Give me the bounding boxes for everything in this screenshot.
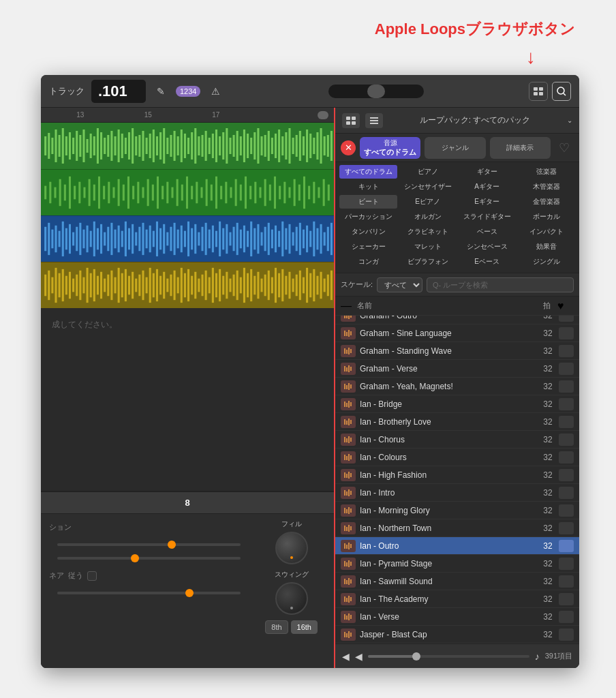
loop-item-2[interactable]: Graham - Outro32 bbox=[335, 316, 579, 324]
loop-fav-17[interactable] bbox=[559, 575, 574, 588]
loop-item-13[interactable]: Ian - Morning Glory32 bbox=[335, 502, 579, 519]
loop-fav-5[interactable] bbox=[559, 363, 574, 375]
inst-cell-0-1[interactable]: ピアノ bbox=[399, 165, 457, 179]
swing-16th-btn[interactable]: 16th bbox=[291, 620, 318, 634]
filter-genre-btn[interactable]: ジャンル bbox=[425, 137, 485, 159]
loop-item-17[interactable]: Ian - Sawmill Sound32 bbox=[335, 573, 579, 590]
loop-item-3[interactable]: Graham - Sine Language32 bbox=[335, 324, 579, 342]
inst-cell-1-3[interactable]: 木管楽器 bbox=[517, 180, 575, 194]
inst-cell-4-1[interactable]: クラビネット bbox=[399, 225, 457, 239]
inst-cell-4-0[interactable]: タンバリン bbox=[339, 225, 397, 239]
fill-knob[interactable] bbox=[275, 532, 308, 564]
loop-item-19[interactable]: Ian - Verse32 bbox=[335, 608, 579, 626]
loop-item-14[interactable]: Ian - Northern Town32 bbox=[335, 519, 579, 537]
loop-fav-20[interactable] bbox=[559, 628, 574, 641]
loop-item-8[interactable]: Ian - Brotherly Love32 bbox=[335, 413, 579, 431]
loop-fav-15[interactable] bbox=[559, 540, 574, 552]
inst-cell-5-2[interactable]: シンセベース bbox=[458, 240, 516, 254]
inst-cell-1-2[interactable]: Aギター bbox=[458, 180, 516, 194]
loop-item-6[interactable]: Graham - Yeah, Magnets!32 bbox=[335, 378, 579, 395]
loop-fav-11[interactable] bbox=[559, 469, 574, 481]
drum-slider-3[interactable] bbox=[57, 592, 241, 594]
inst-cell-3-2[interactable]: スライドギター bbox=[458, 210, 516, 224]
loop-fav-2[interactable] bbox=[559, 316, 574, 322]
inst-cell-6-0[interactable]: コンガ bbox=[339, 255, 397, 269]
inst-cell-0-0[interactable]: すべてのドラム bbox=[339, 165, 397, 179]
search-input[interactable] bbox=[427, 277, 574, 292]
loop-item-9[interactable]: Ian - Chorus32 bbox=[335, 431, 579, 449]
loops-view-list-btn[interactable] bbox=[365, 113, 383, 128]
inst-cell-2-1[interactable]: Eピアノ bbox=[399, 195, 457, 209]
drum-slider-2[interactable] bbox=[57, 557, 241, 560]
loop-item-15[interactable]: Ian - Outro32 bbox=[335, 537, 579, 555]
bpm-display[interactable]: .101 bbox=[91, 80, 146, 103]
loop-fav-18[interactable] bbox=[559, 593, 574, 605]
loop-item-18[interactable]: Ian - The Academy32 bbox=[335, 590, 579, 608]
filter-detail-btn[interactable]: 詳細表示 bbox=[490, 137, 551, 159]
loops-view-grid-btn[interactable] bbox=[342, 113, 360, 128]
loop-fav-19[interactable] bbox=[559, 611, 574, 623]
loop-item-7[interactable]: Ian - Bridge32 bbox=[335, 395, 579, 413]
edit-icon-btn[interactable]: ✎ bbox=[153, 83, 169, 100]
loops-browser-btn[interactable] bbox=[552, 82, 571, 101]
inst-cell-2-3[interactable]: 金管楽器 bbox=[517, 195, 575, 209]
linear-checkbox[interactable] bbox=[87, 571, 97, 581]
loop-fav-13[interactable] bbox=[559, 504, 574, 517]
inst-cell-1-1[interactable]: シンセサイザー bbox=[399, 180, 457, 194]
loop-name-16: Ian - Pyramid Stage bbox=[360, 559, 537, 568]
loop-fav-7[interactable] bbox=[559, 398, 574, 410]
grid-view-btn[interactable] bbox=[529, 82, 548, 101]
loop-item-5[interactable]: Graham - Verse32 bbox=[335, 360, 579, 378]
loop-fav-8[interactable] bbox=[559, 416, 574, 428]
warning-icon-btn[interactable]: ⚠ bbox=[207, 83, 224, 100]
inst-cell-4-3[interactable]: インパクト bbox=[517, 225, 575, 239]
loop-item-11[interactable]: Ian - High Fashion32 bbox=[335, 466, 579, 484]
inst-cell-6-3[interactable]: ジングル bbox=[517, 255, 575, 269]
filter-instrument-btn[interactable]: 音源 すべてのドラム bbox=[360, 137, 420, 159]
inst-cell-2-0[interactable]: ビート bbox=[339, 195, 397, 209]
player-prev-btn[interactable]: ◀ bbox=[355, 651, 363, 662]
loop-item-12[interactable]: Ian - Intro32 bbox=[335, 484, 579, 502]
player-volume-btn[interactable]: ♪ bbox=[535, 651, 540, 662]
loop-fav-6[interactable] bbox=[559, 380, 574, 393]
loop-fav-12[interactable] bbox=[559, 487, 574, 499]
loop-icon-3 bbox=[341, 327, 356, 339]
loop-fav-9[interactable] bbox=[559, 434, 574, 446]
loop-fav-16[interactable] bbox=[559, 558, 574, 570]
loop-fav-14[interactable] bbox=[559, 522, 574, 534]
transport-bar[interactable] bbox=[328, 85, 424, 98]
loop-item-4[interactable]: Graham - Standing Wave32 bbox=[335, 342, 579, 360]
inst-cell-5-1[interactable]: マレット bbox=[399, 240, 457, 254]
loop-fav-3[interactable] bbox=[559, 327, 574, 339]
track-blue[interactable] bbox=[41, 215, 334, 262]
inst-cell-4-2[interactable]: ベース bbox=[458, 225, 516, 239]
swing-knob[interactable] bbox=[275, 582, 308, 615]
player-progress[interactable] bbox=[368, 655, 529, 658]
loop-fav-4[interactable] bbox=[559, 345, 574, 357]
inst-cell-3-3[interactable]: ボーカル bbox=[517, 210, 575, 224]
loop-item-10[interactable]: Ian - Colours32 bbox=[335, 449, 579, 466]
swing-8th-btn[interactable]: 8th bbox=[265, 620, 288, 634]
inst-cell-0-2[interactable]: ギター bbox=[458, 165, 516, 179]
loops-dropdown[interactable]: ⌄ bbox=[567, 117, 572, 124]
inst-cell-6-2[interactable]: Eベース bbox=[458, 255, 516, 269]
filter-close-btn[interactable]: ✕ bbox=[341, 140, 356, 155]
inst-cell-0-3[interactable]: 弦楽器 bbox=[517, 165, 575, 179]
loop-fav-10[interactable] bbox=[559, 451, 574, 464]
loop-item-20[interactable]: Jasper - Blast Cap32 bbox=[335, 626, 579, 643]
inst-cell-1-0[interactable]: キット bbox=[339, 180, 397, 194]
inst-cell-3-0[interactable]: パーカッション bbox=[339, 210, 397, 224]
inst-cell-3-1[interactable]: オルガン bbox=[399, 210, 457, 224]
scale-select[interactable]: すべて bbox=[377, 277, 422, 292]
track-green-2[interactable] bbox=[41, 169, 334, 215]
track-yellow[interactable] bbox=[41, 262, 334, 308]
drum-slider-1[interactable] bbox=[57, 543, 241, 546]
inst-cell-2-2[interactable]: Eギター bbox=[458, 195, 516, 209]
track-green-1[interactable] bbox=[41, 123, 334, 169]
player-play-btn[interactable]: ◀ bbox=[342, 651, 350, 662]
inst-cell-6-1[interactable]: ビブラフォン bbox=[399, 255, 457, 269]
inst-cell-5-0[interactable]: シェーカー bbox=[339, 240, 397, 254]
filter-heart-btn[interactable]: ♡ bbox=[555, 138, 574, 157]
loop-item-16[interactable]: Ian - Pyramid Stage32 bbox=[335, 555, 579, 573]
inst-cell-5-3[interactable]: 効果音 bbox=[517, 240, 575, 254]
